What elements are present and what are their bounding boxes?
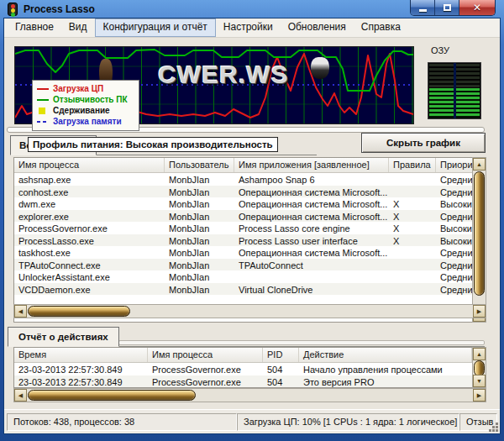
scroll-left-icon[interactable]: ◀	[14, 389, 27, 402]
action-log-table: ВремяИмя процессаPIDДействие 23-03-2013 …	[13, 347, 473, 388]
log-tab-strip	[118, 340, 485, 345]
cell	[389, 173, 436, 186]
cell: Высокий	[436, 234, 473, 247]
cell: MonbJIan	[165, 222, 234, 234]
legend-item: Сдерживание	[37, 105, 134, 116]
table-row[interactable]: 23-03-2013 22:57:30.849ProcessGovernor.e…	[14, 375, 472, 388]
table-row[interactable]: dwm.exeMonbJIanОперационная система Micr…	[14, 197, 472, 210]
column-header[interactable]: PID	[263, 348, 299, 362]
status-bar: Потоков: 438, процессов: 38 Загрузка ЦП:…	[4, 409, 500, 433]
cell: 23-03-2013 22:57:30.849	[14, 375, 148, 388]
scroll-up-icon[interactable]: ▲	[473, 348, 486, 360]
cell: 23-03-2013 22:57:30.849	[14, 363, 148, 375]
menu-item[interactable]: Настройки	[216, 18, 281, 37]
status-cpu-load: Загрузка ЦП: 10% [1 CPUs : 1 ядра: 1 лог…	[237, 413, 459, 431]
table-row[interactable]: ProcessLasso.exeMonbJIanProcess Lasso us…	[14, 234, 472, 247]
table-row[interactable]: ProcessGovernor.exeMonbJIanProcess Lasso…	[14, 222, 472, 234]
table-row[interactable]: explorer.exeMonbJIanОперационная система…	[14, 210, 472, 223]
column-header[interactable]: Действие	[299, 348, 472, 362]
menu-item[interactable]: Вид	[61, 18, 95, 37]
menu-item[interactable]: Справка	[354, 18, 408, 37]
table-row[interactable]: ashsnap.exeMonbJIanAshampoo Snap 6Средни…	[14, 173, 472, 186]
cell: MonbJIan	[165, 259, 234, 271]
cell: UnlockerAssistant.exe	[14, 270, 165, 283]
scroll-left-icon[interactable]: ◀	[14, 305, 27, 318]
ram-meter	[428, 62, 481, 119]
log-table-body: 23-03-2013 22:57:30.849ProcessGovernor.e…	[14, 363, 472, 388]
column-header[interactable]: Приоритет	[436, 158, 473, 172]
cell: Process Lasso user interface	[234, 234, 389, 247]
table-row[interactable]: 23-03-2013 22:57:30.849ProcessGovernor.e…	[14, 363, 472, 375]
maximize-icon	[444, 4, 451, 11]
menu-item[interactable]: Обновления	[281, 18, 354, 37]
scroll-down-icon[interactable]: ▼	[473, 375, 486, 387]
cell: ProcessGovernor.exe	[148, 375, 263, 388]
cell: dwm.exe	[14, 197, 165, 210]
cell: Process Lasso core engine	[234, 222, 389, 234]
process-lasso-window: Process Lasso ✕ ГлавноеВидКонфигурация и…	[0, 0, 504, 441]
table-row[interactable]: taskhost.exeMonbJIanОперационная система…	[14, 246, 472, 259]
tab-action-log[interactable]: Отчёт о действиях	[8, 327, 119, 347]
cell: X	[389, 222, 436, 234]
cell: Virtual CloneDrive	[234, 283, 389, 296]
legend-item: Загрузка ЦП	[37, 83, 134, 94]
table-row[interactable]: conhost.exeMonbJIanОперационная система …	[14, 186, 472, 198]
window-title: Process Lasso	[24, 3, 95, 15]
cell: X	[389, 234, 436, 247]
scroll-right-icon[interactable]: ▶	[473, 305, 486, 318]
log-vertical-scrollbar[interactable]: ▲ ▼	[472, 347, 486, 388]
maximize-button[interactable]	[435, 0, 459, 15]
cell: ProcessLasso.exe	[14, 234, 165, 247]
process-table-header: Имя процессаПользовательИмя приложения […	[14, 158, 472, 173]
legend-item: Загрузка памяти	[37, 116, 134, 127]
column-header[interactable]: Пользователь	[165, 158, 234, 172]
process-table: Имя процессаПользовательИмя приложения […	[13, 157, 473, 323]
cell: Средний	[436, 246, 473, 259]
close-button[interactable]: ✕	[459, 0, 495, 15]
window-frame: ГлавноеВидКонфигурация и отчётНастройкиО…	[4, 18, 500, 433]
status-feedback[interactable]: Отзыв	[459, 413, 497, 431]
cell: Начало управления процессами	[299, 363, 472, 375]
process-hscroll-thumb[interactable]	[28, 306, 130, 317]
performance-graph[interactable]: CWER.WS Загрузка ЦПОтзывчивость ПКСдержи…	[14, 46, 414, 124]
cell: Операционная система Microsoft...	[234, 197, 389, 210]
cell: MonbJIan	[165, 246, 234, 259]
process-vscroll-thumb[interactable]	[474, 171, 485, 296]
legend-marker-icon	[37, 121, 49, 123]
cell	[389, 283, 436, 296]
scroll-up-icon[interactable]: ▲	[473, 158, 486, 171]
title-bar[interactable]: Process Lasso ✕	[0, 0, 504, 18]
cell: MonbJIan	[165, 173, 234, 186]
log-hscroll-thumb[interactable]	[28, 390, 196, 401]
cell	[389, 259, 436, 271]
table-row[interactable]: UnlockerAssistant.exeMonbJIanСредний	[14, 270, 472, 283]
menu-item[interactable]: Главное	[8, 18, 61, 37]
cell: X	[389, 197, 436, 210]
resize-grip[interactable]	[496, 429, 498, 432]
cell: taskhost.exe	[14, 246, 165, 259]
menu-item[interactable]: Конфигурация и отчёт	[95, 18, 216, 37]
column-header[interactable]: Правила	[389, 158, 436, 172]
process-horizontal-scrollbar[interactable]: ◀ ▶	[13, 304, 486, 318]
cell: Ashampoo Snap 6	[234, 173, 389, 186]
hide-graph-button[interactable]: Скрыть график	[361, 133, 486, 153]
scroll-right-icon[interactable]: ▶	[473, 389, 486, 402]
menu-bar: ГлавноеВидКонфигурация и отчётНастройкиО…	[4, 18, 500, 38]
table-row[interactable]: TPAutoConnect.exeMonbJIanTPAutoConnectСр…	[14, 259, 472, 271]
column-header[interactable]: Время	[14, 348, 148, 362]
ram-meter-divider	[454, 63, 456, 118]
cell: VCDDaemon.exe	[14, 283, 165, 296]
process-vertical-scrollbar[interactable]: ▲ ▼	[472, 157, 486, 323]
table-row[interactable]: VCDDaemon.exeMonbJIanVirtual CloneDriveС…	[14, 283, 472, 296]
cell: Средний	[436, 259, 473, 271]
column-header[interactable]: Имя приложения [заявленное]	[234, 158, 389, 172]
cell: Операционная система Microsoft...	[234, 210, 389, 223]
cell: ProcessGovernor.exe	[148, 363, 263, 375]
cell: Высокий	[436, 197, 473, 210]
minimize-button[interactable]	[411, 0, 435, 15]
cell: MonbJIan	[165, 283, 234, 296]
log-horizontal-scrollbar[interactable]: ◀ ▶	[13, 388, 486, 402]
column-header[interactable]: Имя процесса	[14, 158, 165, 172]
column-header[interactable]: Имя процесса	[148, 348, 263, 362]
cell: conhost.exe	[14, 186, 165, 198]
